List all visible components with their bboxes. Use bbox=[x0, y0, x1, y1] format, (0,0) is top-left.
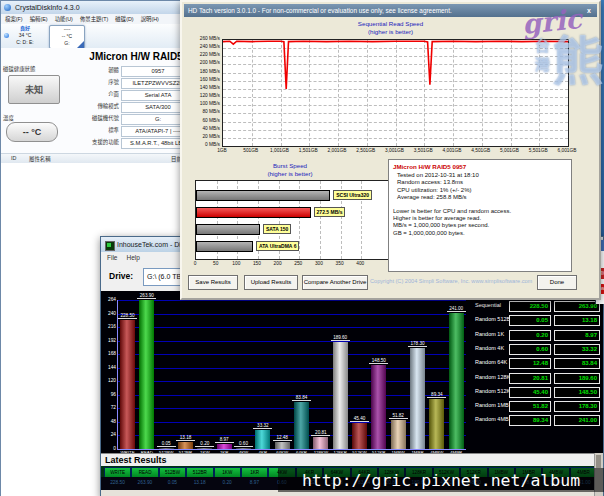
seq-y-tick-label: 220 MB/s bbox=[186, 52, 220, 57]
seq-x-tick-label: 5,001GB bbox=[495, 148, 525, 153]
results-write-value: 12.48 bbox=[509, 358, 551, 369]
info-note: GB = 1,000,000,000 bytes. bbox=[393, 230, 571, 237]
bench-bar-value: 20.81 bbox=[311, 430, 330, 436]
drive-tab-g-selected[interactable]: ---- -- °C G: bbox=[49, 25, 85, 49]
seq-x-tick-label: 501GB bbox=[236, 148, 266, 153]
temperature-label: 溫度 bbox=[3, 114, 14, 122]
bench-y-tick-label: 144 bbox=[102, 365, 116, 370]
results-read-value: 241.00 bbox=[554, 415, 600, 426]
upload-results-button[interactable]: Upload Results bbox=[244, 275, 298, 290]
bench-bar bbox=[139, 300, 154, 449]
bench-bar-value: 178.30 bbox=[408, 341, 427, 347]
results-row-label: Random 1MB bbox=[475, 402, 509, 408]
drive-tab-cde[interactable]: 良好 34 °C C: D: E: bbox=[3, 25, 47, 47]
tab-temperature: 34 °C bbox=[3, 32, 47, 39]
burst-bar-label: SATA 150 bbox=[263, 224, 291, 234]
tab-temperature: -- °C bbox=[50, 33, 84, 40]
bench-bar-plot: 228.50WRITE263.90READ0.05512BW13.18512BR… bbox=[117, 300, 466, 450]
latest-value-cell: 8.97 bbox=[241, 480, 268, 485]
cdi-menu-item[interactable]: 編輯(E) bbox=[30, 15, 48, 24]
results-read-value: 178.30 bbox=[554, 401, 600, 412]
seq-y-tick-label: 240 MB/s bbox=[186, 44, 220, 49]
field-label: 支援的功能 bbox=[59, 138, 119, 146]
bench-bar-value: 148.50 bbox=[369, 358, 388, 364]
results-row-label: Random 64K bbox=[475, 359, 507, 365]
burst-bar-label: ATA UltraDMA 6 bbox=[256, 241, 300, 251]
bench-bar bbox=[255, 430, 270, 449]
burst-x-tick-label: 0 bbox=[187, 261, 203, 266]
burst-x-tick-label: 350 bbox=[332, 261, 348, 266]
bench-bar-value: 241.00 bbox=[447, 306, 466, 312]
results-write-value: 51.82 bbox=[509, 401, 551, 412]
bench-bar-value: 189.60 bbox=[331, 335, 350, 341]
bench-bar bbox=[294, 402, 309, 449]
results-row-label: Random 512K bbox=[475, 388, 510, 394]
save-results-button[interactable]: Save Results bbox=[188, 275, 238, 290]
cdi-window-title: CrystalDiskInfo 4.3.0 bbox=[15, 1, 80, 14]
desktop: CrystalDiskInfo 4.3.0 檔案(F)編輯(E)功能(U)佈景主… bbox=[0, 0, 604, 496]
hdtach-window-title: HD Tach version 3.0.1.0 - For non-commer… bbox=[188, 7, 452, 14]
burst-x-tick-label: 150 bbox=[249, 261, 265, 266]
seq-y-tick-label: 0 MB/s bbox=[186, 142, 220, 147]
bench-bar-value: 89.34 bbox=[427, 392, 446, 398]
results-write-value: 45.40 bbox=[509, 387, 551, 398]
seq-x-tick-label: 1,001GB bbox=[265, 148, 295, 153]
seq-x-tick-label: 4,501GB bbox=[466, 148, 496, 153]
results-read-value: 189.60 bbox=[554, 373, 600, 384]
results-row-label: Sequential bbox=[475, 302, 501, 308]
seq-y-tick-label: 40 MB/s bbox=[186, 126, 220, 131]
seq-y-tick-label: 100 MB/s bbox=[186, 101, 220, 106]
temperature-button[interactable]: -- °C bbox=[6, 122, 58, 142]
results-row-label: Random 128K bbox=[475, 374, 510, 380]
bench-bar bbox=[410, 348, 425, 449]
info-line: Tested on 2012-10-31 at 18:10 bbox=[397, 172, 571, 179]
close-icon[interactable]: x bbox=[583, 6, 595, 15]
done-button[interactable]: Done bbox=[537, 275, 577, 290]
field-label: 傳輸模式 bbox=[59, 102, 119, 110]
cdi-menu-item[interactable]: 說明(H) bbox=[141, 15, 159, 24]
sequential-read-line bbox=[223, 40, 568, 146]
sequential-read-chart bbox=[222, 39, 569, 147]
cdi-menu-item[interactable]: 磁碟(D) bbox=[115, 15, 133, 24]
burst-bar-label: SCSI Ultra320 bbox=[333, 190, 372, 200]
copyright-text: Copyright (C) 2004 Simpli Software, Inc.… bbox=[370, 278, 532, 284]
seq-y-tick-label: 160 MB/s bbox=[186, 77, 220, 82]
seq-x-tick-label: 2,501GB bbox=[351, 148, 381, 153]
results-read-value: 8.97 bbox=[554, 330, 600, 341]
health-status-button[interactable]: 未知 bbox=[8, 75, 60, 104]
col-id: ID bbox=[11, 155, 16, 161]
cdi-menu-item[interactable]: 檔案(F) bbox=[5, 15, 23, 24]
bench-bar bbox=[313, 437, 328, 449]
burst-bar bbox=[196, 207, 311, 218]
bench-bar-value: 263.90 bbox=[137, 293, 156, 299]
bench-y-tick-label: 96 bbox=[102, 392, 116, 397]
latest-value-cell: 0.05 bbox=[159, 480, 186, 485]
bench-bar bbox=[371, 365, 386, 449]
bench-bar-value: 33.32 bbox=[253, 423, 272, 429]
results-write-value: 0.20 bbox=[509, 330, 551, 341]
bench-bar-value: 51.82 bbox=[389, 413, 408, 419]
compare-another-drive-button[interactable]: Compare Another Drive bbox=[302, 275, 368, 290]
cdi-menu-item[interactable]: 功能(U) bbox=[55, 15, 73, 24]
bench-bar bbox=[449, 313, 464, 449]
burst-x-tick-label: 200 bbox=[270, 261, 286, 266]
bench-bar bbox=[120, 320, 135, 449]
bench-y-tick-label: 192 bbox=[102, 338, 116, 343]
field-label: 韌體 bbox=[59, 66, 119, 74]
taiwan-bear-stamp-watermark: 台灣 熊 bbox=[531, 32, 604, 92]
bench-bar-value: 0.20 bbox=[195, 441, 214, 447]
cdi-menu-item[interactable]: 佈景主題(T) bbox=[80, 15, 108, 24]
disk-app-icon bbox=[4, 4, 11, 11]
seq-y-tick-label: 80 MB/s bbox=[186, 109, 220, 114]
info-note: Lower is better for CPU and random acces… bbox=[393, 208, 571, 215]
latest-value-cell: 228.50 bbox=[104, 480, 131, 485]
latest-results-band: Latest Results bbox=[101, 453, 603, 467]
burst-bar bbox=[196, 190, 330, 201]
bench-bar-value: 0.60 bbox=[234, 441, 253, 447]
burst-bar-label: 272.5 MB/s bbox=[314, 207, 346, 217]
bench-y-tick-label: 120 bbox=[102, 378, 116, 383]
field-label: 序號 bbox=[59, 78, 119, 86]
bench-bar bbox=[333, 342, 348, 449]
scrollbar-thumb[interactable] bbox=[596, 455, 601, 468]
seq-x-tick-label: 3,501GB bbox=[408, 148, 438, 153]
